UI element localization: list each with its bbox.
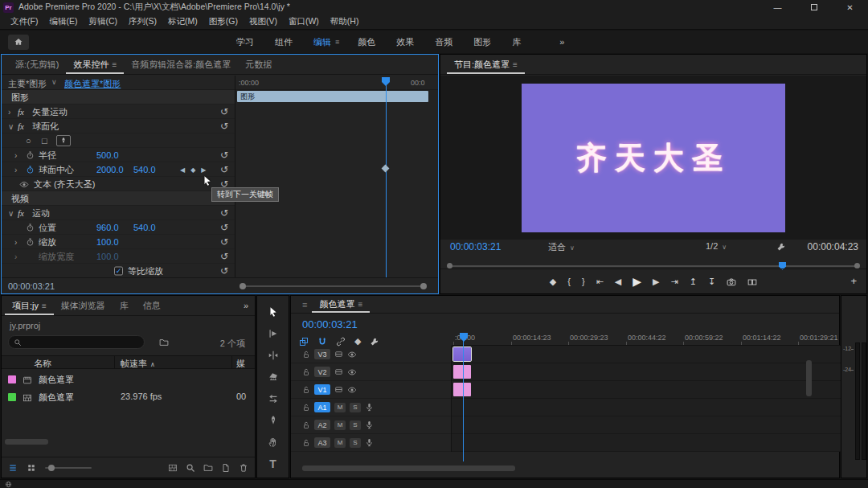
sync-lock-icon[interactable]	[334, 350, 343, 359]
track-target-a3[interactable]: A3	[314, 437, 330, 448]
new-item-button[interactable]	[221, 462, 231, 473]
stopwatch-icon[interactable]	[26, 150, 35, 160]
pen-tool[interactable]	[264, 412, 283, 429]
zoom-level-select[interactable]: 适合∨	[548, 241, 575, 253]
panel-menu-icon[interactable]: ≡	[42, 301, 47, 310]
lane-v3[interactable]	[452, 346, 841, 363]
mute-button[interactable]: M	[334, 438, 346, 448]
position-y-value[interactable]: 540.0	[133, 223, 156, 232]
workspace-tab-libraries[interactable]: 库	[502, 36, 531, 48]
video-frame[interactable]: 齐天大圣	[522, 84, 785, 232]
reset-icon[interactable]: ↺	[220, 106, 228, 117]
tab-sequence[interactable]: 颜色遮罩≡	[312, 296, 370, 313]
twirl-icon[interactable]: ∨	[8, 121, 14, 130]
menu-view[interactable]: 视图(V)	[244, 16, 283, 27]
step-back-button[interactable]: ◀	[615, 277, 621, 287]
mark-in-button[interactable]: {	[567, 277, 571, 286]
column-divider[interactable]	[231, 356, 232, 368]
uniform-scale-checkbox[interactable]: ✓	[114, 266, 123, 275]
maximize-button[interactable]	[796, 0, 832, 14]
add-marker-button[interactable]: ◆	[550, 277, 556, 287]
track-select-forward-tool[interactable]	[264, 326, 283, 342]
mute-button[interactable]: M	[334, 420, 346, 430]
razor-tool[interactable]	[264, 369, 283, 385]
master-clip-selector[interactable]: 主要*图形	[8, 78, 47, 90]
search-input[interactable]	[25, 338, 129, 347]
eye-icon[interactable]	[19, 178, 29, 189]
lock-icon[interactable]	[302, 421, 310, 429]
new-bin-button[interactable]	[203, 462, 213, 473]
radius-value[interactable]: 500.0	[96, 150, 119, 160]
menu-markers[interactable]: 标记(M)	[162, 16, 203, 27]
lane-v1[interactable]	[452, 381, 841, 399]
track-target-v2[interactable]: V2	[314, 367, 330, 377]
menu-help[interactable]: 帮助(H)	[325, 16, 365, 27]
extract-button[interactable]: ↧	[708, 277, 715, 287]
menu-clip[interactable]: 剪辑(C)	[83, 16, 123, 27]
panel-menu-icon[interactable]: ≡	[358, 300, 362, 309]
twirl-icon[interactable]: ›	[14, 165, 17, 174]
twirl-icon[interactable]: ›	[14, 252, 17, 260]
color-matte-clip[interactable]	[453, 365, 471, 379]
label-color-swatch[interactable]	[8, 375, 16, 383]
automate-to-sequence-button[interactable]	[168, 462, 178, 473]
settings-wrench-button[interactable]	[776, 241, 786, 252]
graphic-clip[interactable]	[453, 347, 471, 361]
reset-icon[interactable]: ↺	[220, 265, 228, 277]
pen-mask-button[interactable]	[56, 135, 71, 146]
timeline-ruler[interactable]: :00:00 00:00:14:23 00:00:29:23 00:00:44:…	[452, 331, 841, 346]
zoom-handle-right[interactable]	[420, 283, 427, 289]
slip-tool[interactable]	[264, 391, 283, 407]
item-name[interactable]: 颜色遮罩	[39, 374, 74, 386]
workspace-tab-graphics[interactable]: 图形	[463, 36, 502, 48]
panel-menu-icon[interactable]: ≡	[513, 60, 518, 69]
ellipse-mask-button[interactable]: ○	[26, 136, 31, 146]
stopwatch-icon[interactable]	[26, 222, 35, 232]
mic-icon[interactable]	[365, 403, 374, 412]
project-item-row[interactable]: 颜色遮罩 23.976 fps 00	[2, 388, 255, 406]
effect-group-graphics[interactable]: 图形	[2, 90, 235, 105]
effect-group-video[interactable]: 视频	[2, 191, 235, 206]
menu-sequence[interactable]: 序列(S)	[123, 16, 162, 27]
label-color-swatch[interactable]	[8, 393, 16, 401]
track-target-v3[interactable]: V3	[314, 349, 330, 359]
tab-libraries[interactable]: 库	[113, 296, 136, 315]
sync-lock-icon[interactable]	[334, 367, 343, 376]
lane-a2[interactable]	[452, 416, 841, 434]
workspace-tab-editing[interactable]: 编辑	[303, 36, 334, 48]
twirl-icon[interactable]: ›	[8, 107, 10, 116]
selection-tool[interactable]	[264, 304, 283, 320]
delete-button[interactable]	[239, 462, 248, 473]
effect-row-vector-motion[interactable]: › fx 矢量运动 ↺	[2, 105, 235, 119]
fx-badge-icon[interactable]: fx	[18, 208, 24, 218]
tab-media-browser[interactable]: 媒体浏览器	[54, 296, 113, 315]
horizontal-scrollbar[interactable]	[5, 439, 48, 445]
scrub-zoom-handle-left[interactable]	[447, 263, 452, 269]
workspace-menu-icon[interactable]: ≡	[334, 38, 347, 46]
timeline-timecode[interactable]: 00:00:03:21	[302, 318, 358, 330]
panel-grip-icon[interactable]: ≡	[297, 296, 312, 313]
step-forward-button[interactable]: ▶	[653, 277, 659, 287]
ripple-edit-tool[interactable]	[264, 347, 283, 363]
stopwatch-icon[interactable]	[26, 164, 35, 174]
reset-icon[interactable]: ↺	[220, 150, 228, 161]
twirl-icon[interactable]: ›	[14, 237, 17, 246]
column-frame-rate[interactable]: 帧速率∧	[121, 358, 155, 370]
column-media[interactable]: 媒	[236, 358, 245, 370]
tab-project[interactable]: 项目:jy≡	[5, 296, 54, 315]
zoom-handle-left[interactable]	[240, 283, 246, 289]
scrubber-track[interactable]	[452, 265, 855, 267]
go-to-out-button[interactable]: ⇥	[671, 277, 678, 287]
keyframe-timeline-pane[interactable]: :00:00 00:0 图形	[235, 76, 438, 277]
playback-resolution-select[interactable]: 1/2∨	[706, 241, 727, 251]
track-target-v1[interactable]: V1	[314, 384, 330, 395]
eye-icon[interactable]	[347, 385, 357, 395]
lock-icon[interactable]	[302, 439, 310, 447]
fx-badge-icon[interactable]: fx	[18, 107, 24, 117]
export-frame-button[interactable]	[727, 276, 736, 286]
play-button[interactable]: ▶	[633, 275, 641, 288]
lock-icon[interactable]	[302, 386, 310, 394]
program-timecode[interactable]: 00:00:03:21	[450, 241, 501, 252]
tab-info[interactable]: 信息	[136, 296, 168, 315]
icon-view-button[interactable]	[27, 462, 36, 473]
